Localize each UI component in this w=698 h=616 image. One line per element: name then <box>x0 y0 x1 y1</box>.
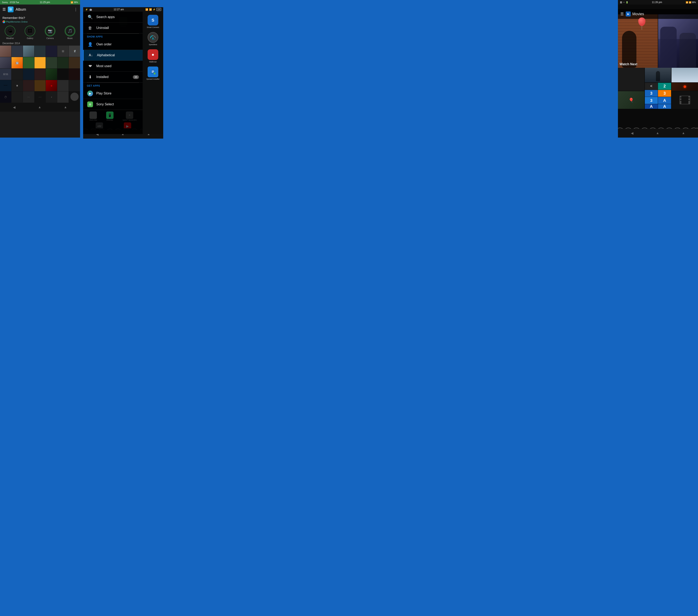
xposed-app[interactable]: ↑ Xposed Installer <box>146 67 160 80</box>
date-label: 07/29 Tue <box>10 1 19 3</box>
photo-cell[interactable]: 🤖 <box>12 57 23 68</box>
android-icon: 🤖 <box>89 8 92 11</box>
quick-app-camera[interactable]: 📷 Camera <box>45 26 55 39</box>
photo-cell[interactable] <box>0 57 11 68</box>
installed-item[interactable]: ⬇ Installed 35 <box>83 72 143 83</box>
search-apps-label: Search apps <box>96 15 115 19</box>
status-time-mid: 12:27 am <box>113 8 124 11</box>
photo-cell[interactable] <box>46 69 57 80</box>
get-apps-header: GET APPS <box>83 83 143 88</box>
show-apps-header: SHOW APPS <box>83 34 143 39</box>
photo-cell[interactable] <box>69 57 80 68</box>
photo-cell[interactable] <box>57 92 69 103</box>
photo-cell[interactable] <box>57 80 69 92</box>
more-options-icon[interactable]: ⋮ <box>74 7 78 12</box>
trash-icon: 🗑 <box>87 25 94 31</box>
play-store-item[interactable]: ▶ Play Store <box>83 88 143 99</box>
photo-cell[interactable] <box>34 57 46 68</box>
photo-cell[interactable]: ● <box>46 80 57 92</box>
photo-cell[interactable]: ⏱ <box>0 92 11 103</box>
most-used-item[interactable]: ❤ Most used <box>83 61 143 72</box>
photo-cell[interactable] <box>23 45 34 57</box>
playmemories-link[interactable]: PlayMemories Online <box>2 20 78 23</box>
photo-cell[interactable] <box>46 45 57 57</box>
remember-text: Remember this? <box>2 16 78 19</box>
search-apps-item[interactable]: 🔍 Search apps <box>83 12 143 23</box>
photo-cell[interactable] <box>12 69 23 80</box>
photo-cell[interactable] <box>23 57 34 68</box>
svg-rect-5 <box>152 72 153 73</box>
camera-label: Camera <box>46 37 54 39</box>
photo-cell[interactable] <box>0 45 11 57</box>
right-app-strip: S Smart Connect OKLA Speedtest ● Walkman <box>143 12 163 134</box>
photo-cell[interactable] <box>34 80 46 92</box>
status-mid-left-icons: ⚡ 🤖 <box>85 8 92 11</box>
photo-cell[interactable]: ≡ <box>12 80 23 92</box>
xposed-gear: ↑ <box>150 69 156 75</box>
photos-section-header: December 2014 <box>0 41 80 45</box>
walkman-label: Walkman <box>149 61 157 63</box>
wifi-icon: 📶 <box>145 8 148 11</box>
alphabetical-item[interactable]: A↓ Alphabetical <box>83 50 143 61</box>
uninstall-label: Uninstall <box>96 26 109 30</box>
hamburger-menu-icon[interactable]: ☰ <box>2 7 6 12</box>
background-apps-hint: What's New 📱 WhatsApp ✕ Xperia™ Xposed [… <box>83 110 143 128</box>
album-app-bar: ☰ 🖼 Album ⋮ <box>0 4 80 14</box>
signal-mid-icon: 📶 <box>149 8 152 11</box>
quick-app-gallery[interactable]: 🖼 Gallery <box>25 26 35 39</box>
back-button-left[interactable]: ◀ <box>13 105 15 109</box>
photo-cell[interactable] <box>70 93 79 101</box>
photo-cell[interactable]: 🤺 <box>69 45 80 57</box>
home-button-left[interactable]: ▲ <box>38 105 41 109</box>
photo-cell[interactable] <box>57 57 69 68</box>
photo-cell[interactable]: ⊞ <box>57 45 69 57</box>
quick-app-weather[interactable]: 🌤 Weather <box>5 26 15 39</box>
photo-cell[interactable] <box>57 69 69 80</box>
person-icon: 👤 <box>87 41 94 48</box>
screen-app-drawer: ⚡ 🤖 12:27 am 📶 📶 ⚡ 100 Polaris Office Re… <box>83 7 163 139</box>
svg-rect-4 <box>152 71 154 72</box>
xposed-label: Xposed Installer <box>146 78 160 80</box>
speedtest-icon: OKLA <box>148 32 158 43</box>
walkman-app[interactable]: ● Walkman <box>148 49 158 63</box>
speedtest-app[interactable]: OKLA Speedtest <box>148 32 158 45</box>
status-bar-mid: ⚡ 🤖 12:27 am 📶 📶 ⚡ 100 <box>83 7 163 12</box>
photo-cell[interactable]: 12:11 <box>0 69 11 80</box>
playmemories-label: PlayMemories Online <box>6 20 28 23</box>
weather-label: Weather <box>6 37 14 39</box>
recent-button-left[interactable]: ▲ <box>64 105 67 109</box>
svg-rect-3 <box>152 71 154 71</box>
sony-select-item[interactable]: ⊞ Sony Select <box>83 99 143 110</box>
photo-cell[interactable] <box>23 69 34 80</box>
own-order-item[interactable]: 👤 Own order <box>83 39 143 50</box>
svg-text:OKLA: OKLA <box>152 39 155 40</box>
photo-cell[interactable] <box>46 57 57 68</box>
photo-cell[interactable]: ⋯ <box>23 92 34 103</box>
weather-label: Sunny <box>2 1 8 3</box>
smart-connect-app[interactable]: S Smart Connect <box>147 15 159 28</box>
status-weather-date: Sunny 07/29 Tue <box>2 1 19 3</box>
photo-cell[interactable] <box>69 69 80 80</box>
photo-cell[interactable] <box>69 80 80 92</box>
photo-cell[interactable] <box>34 45 46 57</box>
photo-cell[interactable] <box>12 92 23 103</box>
svg-text:↑: ↑ <box>154 73 155 74</box>
weather-app-icon: 🌤 <box>5 26 15 36</box>
photo-cell[interactable]: • <box>46 92 57 103</box>
photo-cell[interactable]: ⋯ <box>34 92 46 103</box>
alphabetical-label: Alphabetical <box>97 53 115 57</box>
status-mid-right-icons: 📶 📶 ⚡ 100 <box>145 8 161 11</box>
battery-indicator-icon: ⚡ <box>153 8 156 11</box>
playmemories-icon <box>2 20 5 23</box>
photo-cell[interactable] <box>12 45 23 57</box>
photo-cell[interactable] <box>34 69 46 80</box>
installed-label: Installed <box>96 75 109 79</box>
screen-album: Sunny 07/29 Tue 11:25 pm 📶 98% ☰ 🖼 Album… <box>0 0 80 138</box>
sony-select-label: Sony Select <box>96 102 114 106</box>
photo-cell[interactable] <box>23 80 34 92</box>
photo-cell[interactable]: 〰 <box>0 80 11 92</box>
quick-app-music[interactable]: 🎵 Music <box>65 26 75 39</box>
uninstall-item[interactable]: 🗑 Uninstall <box>83 23 143 33</box>
battery-left: 98% <box>74 1 78 3</box>
walkman-icon: ● <box>148 49 158 60</box>
